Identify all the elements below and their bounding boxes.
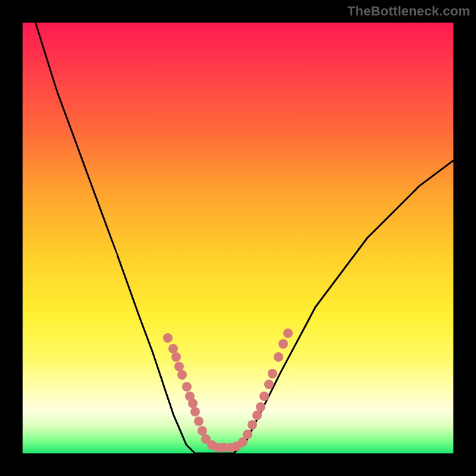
curve-marker [188, 399, 198, 408]
curve-marker [248, 420, 257, 430]
chart-svg [23, 23, 453, 453]
curve-marker [168, 344, 178, 353]
curve-marker [283, 328, 293, 338]
curve-marker [182, 382, 192, 392]
curve-marker [268, 369, 277, 378]
watermark-text: TheBottleneck.com [347, 4, 470, 19]
curve-marker [163, 333, 173, 343]
curve-marker [190, 407, 200, 416]
curve-marker [278, 339, 288, 349]
curve-marker [264, 380, 274, 389]
curve-marker [243, 430, 252, 439]
plot-area [23, 23, 453, 453]
curve-marker [177, 370, 187, 380]
curve-marker [274, 352, 283, 362]
curve-marker [174, 362, 184, 371]
chart-frame: TheBottleneck.com [0, 0, 476, 476]
curve-marker [171, 352, 181, 362]
curve-marker [259, 392, 269, 401]
curve-marker [256, 402, 265, 412]
curve-marker [198, 426, 207, 436]
curve-marker [194, 416, 203, 426]
curve-line [36, 23, 453, 453]
curve-marker [252, 411, 262, 420]
